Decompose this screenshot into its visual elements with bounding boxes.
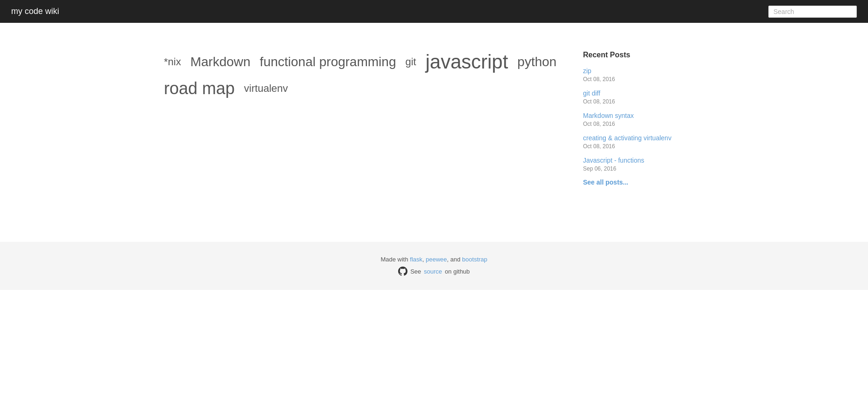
github-icon [398,267,407,276]
footer-github: See source on github [9,267,859,276]
recent-post-link[interactable]: git diff [583,89,600,97]
tag-link[interactable]: road map [164,79,235,98]
footer-and-text: , and [447,256,462,263]
post-date: Sep 06, 2016 [583,165,704,172]
peewee-link[interactable]: peewee [426,256,447,263]
post-date: Oct 08, 2016 [583,98,704,105]
recent-post-item: git diffOct 08, 2016 [583,89,704,105]
footer-github-suffix: on github [445,268,470,275]
recent-post-item: Markdown syntaxOct 08, 2016 [583,111,704,127]
see-all-posts-link[interactable]: See all posts... [583,178,704,186]
tag-link[interactable]: virtualenv [244,82,288,95]
recent-post-item: zipOct 08, 2016 [583,67,704,82]
tag-link[interactable]: Markdown [190,55,251,69]
post-date: Oct 08, 2016 [583,76,704,82]
tag-link[interactable]: functional programming [260,55,396,69]
recent-post-item: creating & activating virtualenvOct 08, … [583,134,704,150]
recent-post-link[interactable]: zip [583,67,591,75]
footer: Made with flask, peewee, and bootstrap S… [0,242,868,290]
post-date: Oct 08, 2016 [583,121,704,127]
footer-see-text: See [410,268,421,275]
recent-posts-title: Recent Posts [583,51,704,59]
tag-link[interactable]: git [405,56,416,68]
bootstrap-link[interactable]: bootstrap [462,256,487,263]
recent-post-link[interactable]: creating & activating virtualenv [583,134,671,142]
tag-cloud: *nixMarkdownfunctional programminggitjav… [164,51,564,186]
recent-post-link[interactable]: Javascript - functions [583,157,644,164]
navbar-brand[interactable]: my code wiki [11,7,59,16]
tag-link[interactable]: javascript [426,51,508,73]
post-date: Oct 08, 2016 [583,143,704,150]
footer-made-with: Made with flask, peewee, and bootstrap [9,256,859,263]
recent-posts-list: zipOct 08, 2016git diffOct 08, 2016Markd… [583,67,704,172]
recent-post-link[interactable]: Markdown syntax [583,112,634,119]
tag-link[interactable]: python [517,55,556,69]
recent-post-item: Javascript - functionsSep 06, 2016 [583,156,704,172]
sidebar: Recent Posts zipOct 08, 2016git diffOct … [583,51,704,186]
footer-made-with-text: Made with [380,256,410,263]
search-form [768,6,857,18]
tag-link[interactable]: *nix [164,56,181,68]
flask-link[interactable]: flask [410,256,422,263]
navbar: my code wiki [0,0,868,23]
main-container: *nixMarkdownfunctional programminggitjav… [155,23,713,205]
source-link[interactable]: source [424,268,442,275]
search-input[interactable] [768,6,857,18]
